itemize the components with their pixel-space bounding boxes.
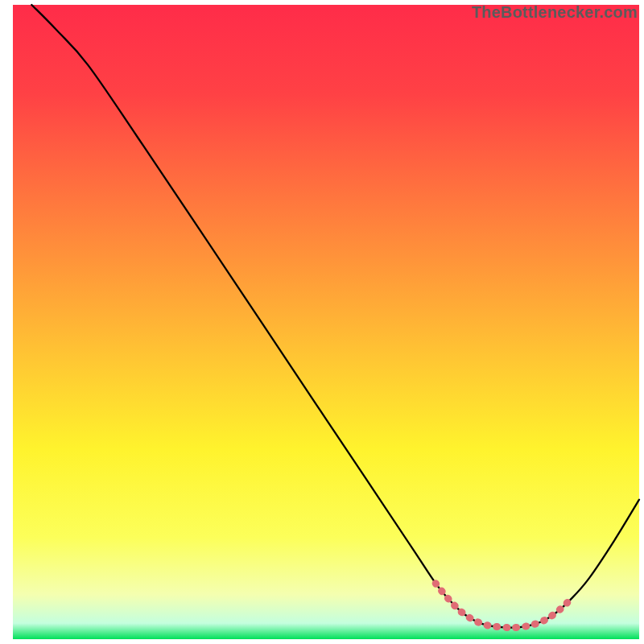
chart-stage: TheBottlenecker.com (0, 0, 644, 644)
watermark-text: TheBottlenecker.com (472, 3, 638, 22)
plot-background (13, 5, 639, 639)
bottleneck-chart (0, 0, 644, 644)
